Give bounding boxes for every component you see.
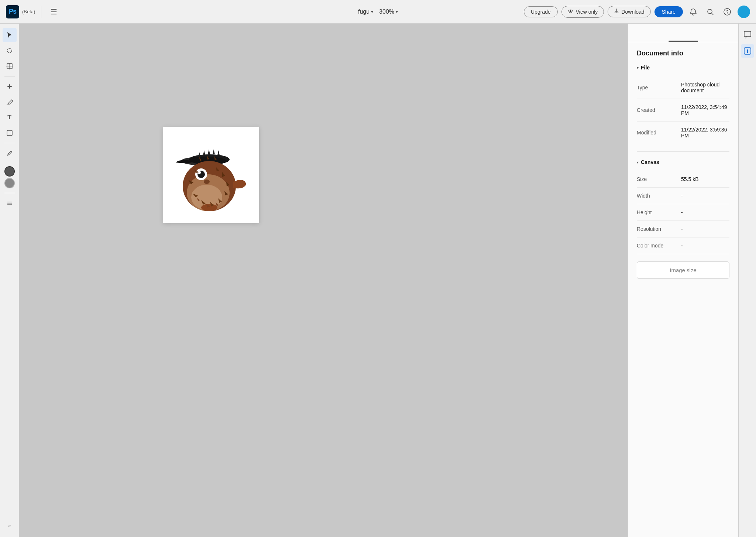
toolbar-separator-3 (4, 193, 15, 193)
modified-value: 11/22/2022, 3:59:36 PM (681, 127, 729, 138)
filename-area: fugu ▾ 300% ▾ (358, 8, 398, 15)
shape-tool-button[interactable] (3, 126, 17, 140)
collapse-toolbar-button[interactable]: « (3, 519, 17, 533)
info-icon: i (743, 47, 752, 55)
search-icon (706, 8, 714, 16)
type-row: Type Photoshop cloud document (637, 76, 729, 99)
logo-area: Ps (Beta) (6, 5, 35, 18)
file-chevron-icon: ▾ (637, 66, 639, 70)
comment-panel-button[interactable] (741, 28, 754, 41)
width-value: - (681, 193, 683, 199)
svg-point-27 (204, 179, 210, 184)
type-tool-button[interactable]: T (3, 110, 17, 124)
size-row: Size 55.5 kB (637, 171, 729, 188)
eyedropper-tool-button[interactable] (3, 146, 17, 160)
created-row: Created 11/22/2022, 3:54:49 PM (637, 99, 729, 122)
healing-icon (6, 83, 13, 90)
color-mode-value: - (681, 243, 683, 249)
type-label: Type (637, 85, 681, 90)
resolution-row: Resolution - (637, 221, 729, 237)
arrange-tool-button[interactable] (3, 196, 17, 210)
view-only-button[interactable]: 👁 View only (561, 6, 604, 18)
canvas-image (163, 127, 259, 223)
beta-label: (Beta) (22, 9, 35, 14)
avatar[interactable] (738, 6, 750, 18)
foreground-color-swatch[interactable] (4, 166, 15, 177)
help-icon: ? (723, 8, 731, 16)
search-button[interactable] (704, 5, 717, 18)
svg-point-26 (198, 171, 201, 174)
download-icon (614, 8, 619, 15)
help-button[interactable]: ? (721, 5, 734, 18)
width-row: Width - (637, 188, 729, 204)
panel-tab-indicator (669, 41, 698, 42)
size-value: 55.5 kB (681, 176, 698, 182)
type-value: Photoshop cloud document (681, 82, 729, 93)
healing-tool-button[interactable] (3, 79, 17, 93)
toolbar-separator-1 (4, 76, 15, 76)
main-body: T « (0, 24, 756, 537)
notifications-button[interactable] (687, 5, 700, 18)
color-mode-row: Color mode - (637, 237, 729, 254)
right-side-icons: i (738, 24, 756, 537)
height-value: - (681, 209, 683, 215)
header-divider (41, 6, 41, 18)
canvas-section-header[interactable]: ▾ Canvas (637, 159, 729, 165)
file-section-label: File (641, 65, 650, 71)
brush-tool-button[interactable] (3, 95, 17, 109)
lasso-tool-button[interactable] (3, 44, 17, 58)
height-label: Height (637, 209, 681, 215)
zoom-dropdown[interactable]: 300% ▾ (379, 8, 398, 15)
filename-chevron: ▾ (371, 9, 373, 14)
svg-point-0 (708, 9, 712, 14)
file-section-header[interactable]: ▾ File (637, 65, 729, 71)
svg-text:i: i (747, 48, 748, 54)
comment-icon (743, 31, 752, 39)
zoom-chevron: ▾ (396, 9, 398, 14)
lasso-icon (6, 47, 13, 54)
share-button[interactable]: Share (654, 6, 683, 17)
upgrade-button[interactable]: Upgrade (524, 6, 558, 17)
info-panel-button[interactable]: i (741, 44, 754, 58)
shape-icon (6, 129, 13, 137)
transform-tool-button[interactable] (3, 59, 17, 73)
canvas-section-label: Canvas (641, 159, 659, 165)
width-label: Width (637, 193, 681, 199)
transform-icon (6, 62, 13, 70)
svg-point-3 (7, 48, 12, 53)
svg-point-8 (7, 155, 8, 156)
zoom-text: 300% (379, 8, 394, 15)
created-label: Created (637, 107, 681, 113)
height-row: Height - (637, 204, 729, 221)
ps-logo: Ps (6, 5, 19, 18)
eyedropper-icon (6, 150, 13, 157)
hamburger-menu-button[interactable]: ☰ (47, 5, 61, 18)
type-icon: T (7, 114, 11, 121)
right-panel: Document info ▾ File Type Photoshop clou… (628, 24, 738, 537)
background-color-swatch[interactable] (4, 178, 15, 188)
section-divider (637, 151, 729, 152)
canvas-area[interactable] (19, 24, 628, 537)
eye-icon: 👁 (568, 8, 574, 15)
size-label: Size (637, 176, 681, 182)
bell-icon (689, 8, 697, 16)
arrange-icon (6, 199, 13, 207)
modified-label: Modified (637, 130, 681, 136)
select-tool-button[interactable] (3, 28, 17, 42)
image-size-button[interactable]: Image size (637, 261, 729, 279)
panel-tabs (628, 24, 738, 42)
canvas-chevron-icon: ▾ (637, 160, 639, 164)
color-swatches (4, 166, 15, 188)
app-header: Ps (Beta) ☰ fugu ▾ 300% ▾ Upgrade 👁 View… (0, 0, 756, 24)
filename-dropdown[interactable]: fugu ▾ (358, 8, 373, 15)
panel-title: Document info (637, 49, 729, 57)
resolution-value: - (681, 226, 683, 232)
svg-point-23 (201, 204, 217, 211)
svg-text:?: ? (726, 10, 729, 15)
download-button[interactable]: Download (608, 6, 650, 17)
header-right: Upgrade 👁 View only Download Share ? (524, 5, 750, 18)
fugu-artwork (163, 127, 259, 223)
brush-icon (6, 98, 13, 106)
resolution-label: Resolution (637, 226, 681, 232)
left-toolbar: T « (0, 24, 19, 537)
